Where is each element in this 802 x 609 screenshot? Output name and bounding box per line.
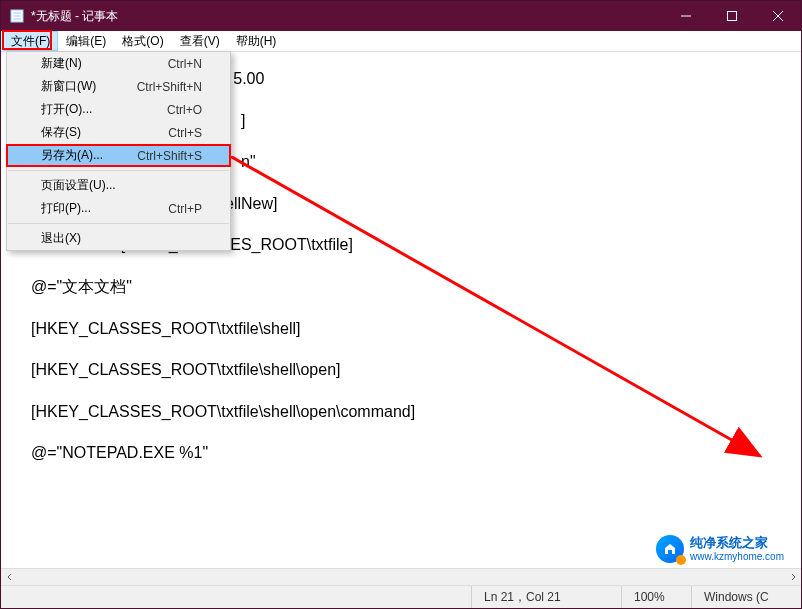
menu-file-label: 文件(F) bbox=[11, 34, 50, 48]
titlebar: *无标题 - 记事本 bbox=[1, 1, 801, 31]
menu-item-exit[interactable]: 退出(X) bbox=[7, 227, 230, 250]
status-position: Ln 21，Col 21 bbox=[471, 586, 621, 608]
close-button[interactable] bbox=[755, 1, 801, 31]
menu-item-open[interactable]: 打开(O)... Ctrl+O bbox=[7, 98, 230, 121]
menu-item-shortcut: Ctrl+O bbox=[167, 103, 202, 117]
menu-view[interactable]: 查看(V) bbox=[172, 31, 228, 51]
menu-separator bbox=[8, 223, 229, 224]
text-line: [HKEY_CLASSES_ROOT\txtfile\shell] bbox=[31, 308, 771, 350]
menu-item-shortcut: Ctrl+Shift+S bbox=[137, 149, 202, 163]
menu-item-save-as[interactable]: 另存为(A)... Ctrl+Shift+S bbox=[7, 144, 230, 167]
menu-item-new[interactable]: 新建(N) Ctrl+N bbox=[7, 52, 230, 75]
maximize-button[interactable] bbox=[709, 1, 755, 31]
menu-item-label: 新窗口(W) bbox=[41, 78, 137, 95]
menu-item-label: 另存为(A)... bbox=[41, 147, 137, 164]
scroll-left-button[interactable] bbox=[1, 569, 18, 586]
menu-edit-label: 编辑(E) bbox=[66, 34, 106, 48]
menu-format-label: 格式(O) bbox=[122, 34, 163, 48]
menu-item-shortcut: Ctrl+Shift+N bbox=[137, 80, 202, 94]
svg-rect-5 bbox=[728, 12, 737, 21]
menu-help[interactable]: 帮助(H) bbox=[228, 31, 285, 51]
text-line: [HKEY_CLASSES_ROOT\txtfile\shell\open] bbox=[31, 349, 771, 391]
menubar: 文件(F) 编辑(E) 格式(O) 查看(V) 帮助(H) bbox=[1, 31, 801, 52]
menu-item-shortcut: Ctrl+N bbox=[168, 57, 202, 71]
scroll-right-button[interactable] bbox=[784, 569, 801, 586]
menu-item-label: 新建(N) bbox=[41, 55, 168, 72]
menu-item-label: 退出(X) bbox=[41, 230, 202, 247]
window-title: *无标题 - 记事本 bbox=[31, 8, 663, 25]
statusbar: Ln 21，Col 21 100% Windows (C bbox=[1, 585, 801, 608]
text-line: @="文本文档" bbox=[31, 266, 771, 308]
menu-item-label: 打开(O)... bbox=[41, 101, 167, 118]
menu-item-new-window[interactable]: 新窗口(W) Ctrl+Shift+N bbox=[7, 75, 230, 98]
menu-item-label: 打印(P)... bbox=[41, 200, 168, 217]
menu-item-shortcut: Ctrl+P bbox=[168, 202, 202, 216]
menu-item-shortcut: Ctrl+S bbox=[168, 126, 202, 140]
watermark-text: 纯净系统之家 www.kzmyhome.com bbox=[690, 536, 784, 561]
menu-help-label: 帮助(H) bbox=[236, 34, 277, 48]
app-icon bbox=[9, 8, 25, 24]
minimize-button[interactable] bbox=[663, 1, 709, 31]
menu-item-label: 页面设置(U)... bbox=[41, 177, 202, 194]
menu-item-page-setup[interactable]: 页面设置(U)... bbox=[7, 174, 230, 197]
text-line: [HKEY_CLASSES_ROOT\txtfile\shell\open\co… bbox=[31, 391, 771, 433]
menu-edit[interactable]: 编辑(E) bbox=[58, 31, 114, 51]
menu-item-print[interactable]: 打印(P)... Ctrl+P bbox=[7, 197, 230, 220]
file-menu-dropdown: 新建(N) Ctrl+N 新窗口(W) Ctrl+Shift+N 打开(O)..… bbox=[6, 51, 231, 251]
horizontal-scrollbar[interactable] bbox=[1, 568, 801, 585]
menu-file[interactable]: 文件(F) bbox=[3, 31, 58, 51]
menu-view-label: 查看(V) bbox=[180, 34, 220, 48]
text-line: @="NOTEPAD.EXE %1" bbox=[31, 432, 771, 474]
watermark: 纯净系统之家 www.kzmyhome.com bbox=[656, 535, 784, 563]
status-zoom: 100% bbox=[621, 586, 691, 608]
watermark-title: 纯净系统之家 bbox=[690, 536, 784, 550]
menu-format[interactable]: 格式(O) bbox=[114, 31, 171, 51]
menu-item-save[interactable]: 保存(S) Ctrl+S bbox=[7, 121, 230, 144]
watermark-icon bbox=[656, 535, 684, 563]
menu-item-label: 保存(S) bbox=[41, 124, 168, 141]
status-eol: Windows (C bbox=[691, 586, 801, 608]
watermark-url: www.kzmyhome.com bbox=[690, 551, 784, 562]
menu-separator bbox=[8, 170, 229, 171]
